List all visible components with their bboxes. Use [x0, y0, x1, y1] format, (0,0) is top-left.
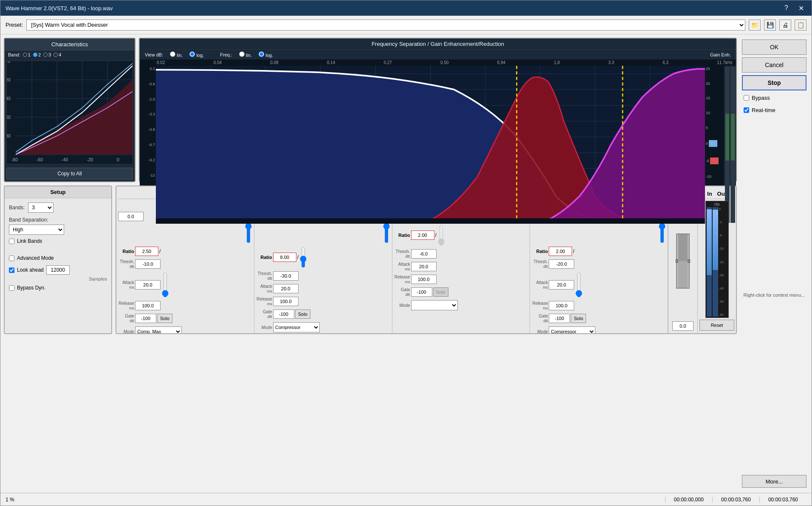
band3-thresh-input[interactable] [411, 249, 437, 259]
look-ahead-input[interactable] [46, 265, 70, 275]
bypass-checkbox[interactable] [744, 95, 749, 101]
band4-gate-row: GatedB Solo [532, 314, 666, 323]
band-selector: Band: 1 2 3 4 [5, 51, 135, 59]
band4-ratio-input[interactable] [549, 247, 572, 256]
bypass-dyn-checkbox[interactable] [9, 285, 14, 291]
band3-ratio-slider[interactable] [437, 225, 445, 246]
band3-release-input[interactable] [411, 275, 437, 284]
band-label: Band: [8, 52, 20, 57]
band1-gate-input[interactable] [135, 314, 156, 323]
cancel-button[interactable]: Cancel [742, 57, 806, 73]
band-sep-row: Band Separation: HighLowMedium [9, 217, 107, 235]
band4-release-input[interactable] [549, 301, 574, 310]
band1-ratio-input[interactable] [135, 247, 158, 256]
band2-solo-btn[interactable]: Solo [295, 309, 310, 319]
band4-attack-slider[interactable] [575, 272, 583, 298]
band4-attack-input[interactable] [549, 280, 574, 290]
band-sep-select[interactable]: HighLowMedium [9, 225, 64, 235]
gain-blue-indicator [709, 140, 717, 147]
char-graph: 0 -20 -40 -60 -80 -80 -60 -40 -20 0 [6, 61, 133, 164]
view-log-radio[interactable]: log. [189, 51, 204, 58]
svg-text:-20: -20 [87, 157, 93, 162]
help-button[interactable]: ? [782, 3, 791, 13]
look-ahead-row: Look ahead [9, 265, 107, 275]
band1-solo-btn[interactable]: Solo [157, 314, 172, 323]
close-button[interactable]: ✕ [796, 3, 806, 13]
band2-mode-select[interactable]: CompressorComp. MaxExpander [273, 322, 320, 332]
preset-copy-btn[interactable]: 📋 [795, 20, 806, 31]
band3-attack-input[interactable] [411, 262, 437, 271]
svg-rect-41 [156, 218, 705, 224]
in-label: In [707, 191, 712, 197]
preset-save-btn[interactable]: 💾 [764, 20, 776, 31]
realtime-label: Real-time [752, 107, 775, 113]
right-buttons: OK Cancel Stop Bypass Real-time Right-cl… [740, 38, 808, 489]
reset-btn[interactable]: Reset [699, 320, 734, 331]
status-time3: 00:00:03,760 [759, 497, 806, 503]
preset-print-btn[interactable]: 🖨 [779, 20, 791, 31]
band4-mode-select[interactable]: CompressorComp. MaxExpander [549, 326, 595, 334]
band1-gate-row: GatedB Solo [118, 314, 252, 323]
band1-mode-select[interactable]: Comp. MaxCompressorExpander [135, 326, 182, 334]
ok-button[interactable]: OK [742, 39, 806, 55]
band4-thresh-row: Thresh.dB [532, 259, 666, 269]
band1-gain-input[interactable] [118, 212, 144, 221]
svg-text:-80: -80 [7, 133, 11, 138]
clip-label: clip [707, 202, 727, 206]
realtime-checkbox[interactable] [744, 107, 749, 113]
meter-fill-2 [731, 114, 735, 160]
view-lin-radio[interactable]: lin. [170, 51, 183, 58]
band3-solo-btn[interactable]: Solo [433, 287, 448, 297]
window-title: Wave Hammer 2.0(VST2, 64 Bit) - loop.wav [6, 5, 113, 11]
preset-select[interactable]: [Sys] Warm Vocal with Deesser [26, 20, 745, 31]
out-all-fader[interactable] [676, 233, 690, 289]
band4-thresh-input[interactable] [549, 259, 574, 269]
out-all-value[interactable] [672, 321, 694, 331]
band3-ratio-input[interactable] [411, 231, 434, 240]
gain-meter-neg-row: -5 [706, 157, 723, 164]
band-radio-3[interactable]: 3 [43, 52, 51, 57]
preset-folder-btn[interactable]: 📁 [749, 20, 761, 31]
band3-thresh-row: Thresh.dB [394, 249, 528, 259]
band4-gate-input[interactable] [549, 314, 570, 323]
band2-ratio-input[interactable] [273, 253, 296, 262]
band3-release-row: Releasems [394, 275, 528, 284]
look-ahead-checkbox[interactable] [9, 267, 14, 273]
band3-attack-row: Attackms [394, 262, 528, 271]
band2-thresh-input[interactable] [273, 271, 299, 281]
band-radio-1[interactable]: 1 [23, 52, 31, 57]
char-title: Characteristics [5, 39, 135, 51]
band3-gate-input[interactable] [411, 287, 432, 297]
char-svg: 0 -20 -40 -60 -80 -80 -60 -40 -20 0 [7, 61, 133, 164]
band2-mode-row: Mode CompressorComp. MaxExpander [256, 322, 390, 332]
band1-attack-input[interactable] [135, 280, 161, 290]
freq-label: Freq.: [220, 52, 232, 57]
freq-lin-radio[interactable]: lin. [239, 51, 252, 58]
band1-thresh-input[interactable] [135, 259, 161, 269]
band1-release-input[interactable] [135, 301, 161, 310]
meter-left-col [707, 207, 712, 317]
freq-log-radio[interactable]: log. [259, 51, 273, 58]
advanced-mode-checkbox[interactable] [9, 256, 14, 261]
band2-gate-input[interactable] [273, 309, 294, 319]
stop-button[interactable]: Stop [742, 75, 806, 90]
meter-bar-2 [730, 67, 735, 223]
band2-ratio-slider[interactable] [299, 247, 307, 268]
svg-text:-20: -20 [7, 77, 11, 82]
band-radio-4[interactable]: 4 [54, 52, 61, 57]
link-bands-checkbox[interactable] [9, 239, 14, 244]
band2-release-input[interactable] [273, 297, 299, 306]
freq-svg [156, 66, 705, 224]
top-row: Characteristics Band: 1 2 3 4 [4, 38, 737, 182]
band1-ratio-label: Ratio [118, 249, 134, 254]
band2-attack-input[interactable] [273, 284, 299, 293]
look-ahead-label: Look ahead [17, 267, 44, 273]
more-button[interactable]: More... [742, 475, 806, 488]
band4-solo-btn[interactable]: Solo [571, 314, 586, 323]
band-radio-2[interactable]: 2 [33, 52, 41, 57]
copy-to-all-btn[interactable]: Copy to All [6, 168, 133, 180]
band1-release-row: Releasems [118, 301, 252, 310]
band3-mode-select[interactable]: CompressorComp. Max [411, 300, 458, 310]
bands-select[interactable]: 3124 [28, 202, 54, 213]
band1-attack-slider[interactable] [161, 272, 169, 298]
